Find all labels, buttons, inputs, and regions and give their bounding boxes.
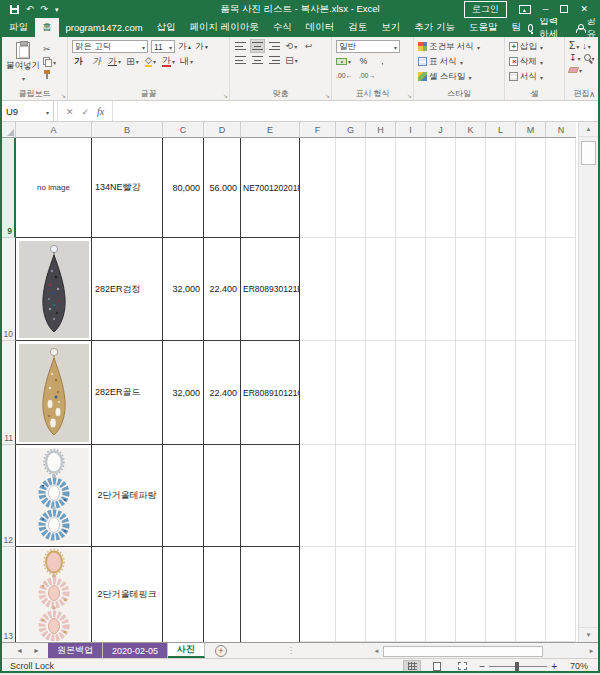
redo-icon[interactable] — [41, 5, 49, 14]
cell-image[interactable] — [16, 238, 92, 341]
cell[interactable] — [426, 341, 456, 445]
phonetic-guide-button[interactable]: 내 — [180, 55, 193, 67]
underline-button[interactable]: 가 — [108, 55, 121, 67]
save-icon[interactable] — [10, 5, 19, 14]
cell[interactable] — [426, 238, 456, 341]
qat-customize-icon[interactable] — [55, 4, 59, 14]
clipboard-dialog-launcher-icon[interactable] — [61, 92, 66, 99]
vertical-scrollbar[interactable]: ▲ ▼ — [578, 122, 598, 642]
cell-price[interactable] — [163, 445, 204, 547]
row-header[interactable]: 12 — [2, 445, 16, 547]
cell[interactable] — [456, 138, 486, 238]
font-name-select[interactable]: 맑은 고딕 — [72, 40, 148, 53]
cell-code[interactable]: NE7001202018L — [241, 138, 300, 238]
format-painter-button[interactable] — [43, 69, 56, 80]
format-cells-button[interactable]: 서식 — [509, 70, 543, 83]
cell[interactable] — [366, 238, 396, 341]
cell[interactable] — [396, 341, 426, 445]
sheet-tab-date[interactable]: 2020-02-05 — [103, 643, 168, 658]
tab-home[interactable]: 홈 — [35, 18, 59, 37]
cell[interactable] — [396, 138, 426, 238]
select-all-corner[interactable] — [2, 122, 16, 138]
cell-code[interactable] — [241, 445, 300, 547]
cell[interactable] — [426, 547, 456, 642]
tab-file[interactable]: 파일 — [2, 18, 35, 37]
formula-input[interactable] — [113, 101, 598, 121]
cell-product-name[interactable]: 134NE빨강 — [92, 138, 163, 238]
fill-button[interactable] — [569, 53, 581, 63]
cell-price[interactable] — [163, 547, 204, 642]
cell[interactable] — [366, 547, 396, 642]
close-button[interactable] — [580, 4, 588, 14]
cell[interactable] — [300, 138, 336, 238]
cancel-entry-icon[interactable] — [66, 106, 74, 117]
cell[interactable] — [486, 445, 516, 547]
column-header[interactable]: I — [396, 122, 426, 138]
column-header[interactable]: D — [204, 122, 241, 138]
cell-price2[interactable]: 56.000 — [204, 138, 241, 238]
wrap-text-button[interactable] — [302, 40, 315, 52]
zoom-out-button[interactable] — [479, 661, 485, 672]
find-select-button[interactable] — [584, 53, 595, 63]
cell[interactable] — [456, 547, 486, 642]
cell-price[interactable]: 32,000 — [163, 341, 204, 445]
cell[interactable] — [546, 445, 576, 547]
maximize-button[interactable] — [560, 5, 568, 13]
accounting-format-button[interactable] — [336, 55, 351, 67]
alignment-dialog-launcher-icon[interactable] — [325, 92, 330, 99]
cell[interactable] — [336, 445, 366, 547]
column-header[interactable]: K — [456, 122, 486, 138]
cell[interactable] — [366, 341, 396, 445]
sheet-nav-left-icon[interactable]: ◄ — [16, 647, 23, 654]
tab-data[interactable]: 데이터 — [299, 18, 342, 37]
cell[interactable] — [336, 341, 366, 445]
row-header-selected[interactable]: 9 — [2, 138, 16, 238]
cell[interactable] — [300, 547, 336, 642]
minimize-button[interactable] — [543, 4, 549, 14]
scroll-right-icon[interactable]: ► — [585, 648, 598, 654]
increase-decimal-button[interactable]: .00← — [336, 69, 353, 81]
number-dialog-launcher-icon[interactable] — [407, 92, 412, 99]
bottom-align-button[interactable] — [268, 40, 281, 52]
column-header[interactable]: E — [241, 122, 300, 138]
comma-style-button[interactable]: , — [376, 55, 389, 67]
delete-cells-button[interactable]: 삭제 — [509, 55, 543, 68]
column-header[interactable]: M — [516, 122, 546, 138]
page-break-view-button[interactable] — [454, 661, 470, 672]
font-size-select[interactable]: 11 — [151, 40, 175, 53]
cell-product-name[interactable]: 282ER검정 — [92, 238, 163, 341]
copy-button[interactable] — [43, 56, 56, 67]
cell-styles-button[interactable]: 셀 스타일 — [418, 70, 480, 83]
cell-code[interactable] — [241, 547, 300, 642]
collapse-ribbon-icon[interactable] — [589, 90, 595, 99]
scroll-down-icon[interactable]: ▼ — [579, 627, 598, 642]
top-align-button[interactable] — [234, 40, 247, 52]
align-left-button[interactable] — [234, 54, 247, 66]
tab-review[interactable]: 검토 — [341, 18, 374, 37]
column-header[interactable]: N — [546, 122, 576, 138]
cell-product-name[interactable]: 2단거울테파랑 — [92, 445, 163, 547]
tab-view[interactable]: 보기 — [374, 18, 407, 37]
cell[interactable] — [336, 238, 366, 341]
cell[interactable] — [486, 547, 516, 642]
sort-filter-button[interactable] — [582, 41, 591, 51]
bold-button[interactable]: 가 — [72, 55, 85, 67]
cell[interactable] — [546, 341, 576, 445]
cell-price[interactable]: 32,000 — [163, 238, 204, 341]
cell[interactable] — [516, 138, 546, 238]
cell-price[interactable]: 80,000 — [163, 138, 204, 238]
cell[interactable] — [456, 445, 486, 547]
cell[interactable] — [366, 138, 396, 238]
fill-color-button[interactable]: ◇ — [144, 55, 157, 67]
tab-program1472[interactable]: program1472.com — [59, 18, 150, 37]
paste-button[interactable]: 붙여넣기 — [6, 40, 40, 87]
horizontal-scroll-thumb[interactable] — [383, 646, 543, 657]
tab-formulas[interactable]: 수식 — [266, 18, 299, 37]
grow-font-button[interactable]: 가▲ — [178, 41, 192, 53]
row-header[interactable]: 13 — [2, 547, 16, 642]
confirm-entry-icon[interactable] — [82, 106, 90, 117]
cell[interactable] — [336, 138, 366, 238]
tab-splitter-handle[interactable]: ⋮ — [287, 646, 295, 655]
decrease-decimal-button[interactable]: .00→ — [359, 69, 376, 81]
vertical-scroll-thumb[interactable] — [581, 141, 596, 165]
